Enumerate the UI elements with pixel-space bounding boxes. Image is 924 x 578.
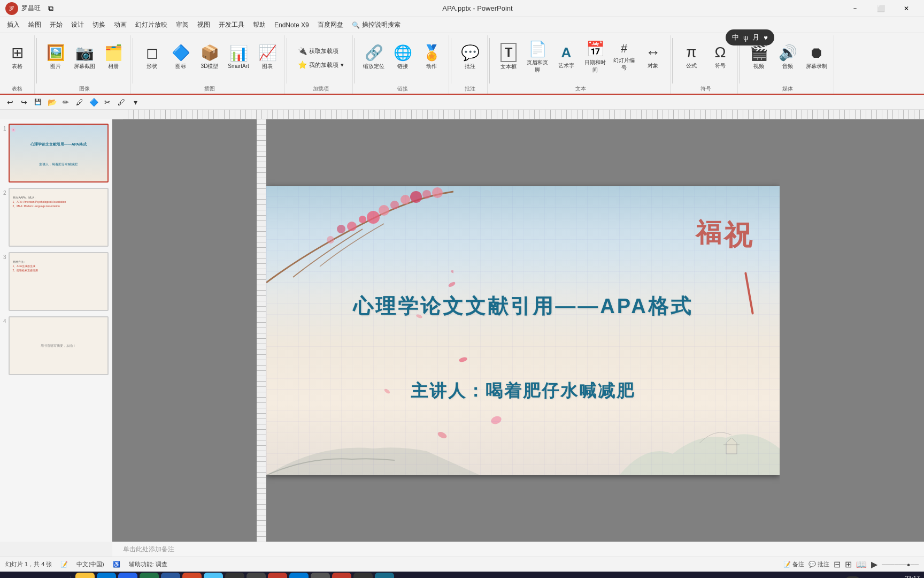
qa-btn8[interactable]: ✂: [102, 96, 113, 108]
taskbar-app2[interactable]: 🔵: [289, 573, 309, 578]
reading-view-icon[interactable]: 📖: [856, 559, 867, 569]
action-button[interactable]: 🏅 动作: [418, 36, 445, 77]
taskbar-word[interactable]: W: [161, 573, 180, 578]
menu-endnote[interactable]: EndNote X9: [270, 20, 313, 31]
taskbar-sapp[interactable]: S: [118, 573, 137, 578]
notes-button[interactable]: 📝 备注: [783, 560, 804, 568]
svg-point-3: [401, 195, 410, 204]
slide-count: 幻灯片 1，共 4 张: [5, 560, 52, 568]
screenshot-button[interactable]: 📷 屏幕截图: [71, 36, 98, 77]
object-button[interactable]: ↔ 对象: [639, 36, 667, 77]
slide-canvas[interactable]: 祝 福: [266, 186, 780, 475]
chart-icon: 📈: [258, 44, 277, 62]
start-button[interactable]: ⊞: [4, 573, 24, 578]
taskbar-powerpoint[interactable]: P: [182, 573, 202, 578]
taskbar-mail[interactable]: ✉: [225, 573, 244, 578]
taskbar-app3[interactable]: 🐾: [311, 573, 330, 578]
float-heart-icon[interactable]: ♥: [764, 34, 768, 42]
menu-baidu[interactable]: 百度网盘: [313, 19, 348, 31]
menu-home[interactable]: 开始: [45, 19, 67, 31]
taskbar-zy[interactable]: Z: [332, 573, 351, 578]
slide-3-line3: 2、能语检索直接引用: [13, 268, 38, 272]
equation-button[interactable]: π 公式: [677, 36, 705, 77]
picture-button[interactable]: 🖼️ 图片: [42, 36, 70, 77]
datetime-button[interactable]: 📅 日期和时间: [581, 36, 609, 77]
slide-2-number: 2: [3, 190, 6, 196]
taskbar-kapp[interactable]: K: [375, 573, 394, 578]
my-addins-button[interactable]: ⭐ 我的加载项 ▾: [295, 59, 347, 71]
screenrecord-button[interactable]: ⏺ 屏幕录制: [803, 36, 830, 77]
redo-button[interactable]: ↪: [18, 96, 30, 108]
taskbar-music[interactable]: 🎵: [268, 573, 287, 578]
icons-button[interactable]: 🔷 图标: [167, 36, 195, 77]
3dmodel-button[interactable]: 📦 3D模型: [196, 36, 224, 77]
chart-button[interactable]: 📈 图表: [253, 36, 281, 77]
zoom-slider[interactable]: ──────●──: [882, 561, 919, 568]
language: 中文(中国): [76, 560, 104, 568]
menu-draw[interactable]: 绘图: [24, 19, 45, 31]
menu-review[interactable]: 审阅: [172, 19, 193, 31]
audio-button[interactable]: 🔊 音频: [774, 36, 802, 77]
link-button[interactable]: 🌐 链接: [389, 36, 417, 77]
table-icon: ⊞: [11, 44, 24, 62]
float-moon-icon[interactable]: 月: [752, 33, 759, 42]
minimize-button[interactable]: －: [843, 0, 867, 17]
qa-btn4[interactable]: 📂: [46, 96, 58, 108]
slideshow-icon[interactable]: ▶: [871, 559, 877, 569]
smartart-button[interactable]: 📊 SmartArt: [225, 36, 252, 77]
taskview-button[interactable]: 🗂: [47, 573, 66, 578]
comment-button[interactable]: 💬 批注: [456, 36, 484, 77]
ai-button[interactable]: Ai: [845, 576, 860, 579]
header-footer-button[interactable]: 📄 页眉和页脚: [523, 36, 551, 77]
menu-search[interactable]: 🔍 操控说明搜索: [348, 19, 405, 31]
slide-3-thumbnail[interactable]: 两种方法： 1、APA生成器生成 2、能语检索直接引用: [9, 252, 109, 311]
slide-sort-icon[interactable]: ⊞: [845, 559, 852, 569]
menu-devtools[interactable]: 开发工具: [214, 19, 249, 31]
menu-help[interactable]: 帮助: [249, 19, 270, 31]
album-button[interactable]: 🗂️ 相册: [99, 36, 127, 77]
slide-1-thumbnail[interactable]: 🌸 心理学论文文献引用——APA格式 主讲人：喝着肥仔水喊减肥: [9, 124, 109, 182]
taskbar-fileexplorer[interactable]: 📁: [75, 573, 95, 578]
maximize-button[interactable]: ⬜: [868, 0, 893, 17]
menu-design[interactable]: 设计: [67, 19, 88, 31]
menu-slideshow[interactable]: 幻灯片放映: [131, 19, 172, 31]
taskbar-excel[interactable]: X: [140, 573, 159, 578]
slidenumber-button[interactable]: # 幻灯片编号: [610, 36, 638, 77]
zoom-button[interactable]: 🔗 缩放定位: [360, 36, 388, 77]
get-addins-button[interactable]: 🔌 获取加载项: [295, 45, 342, 57]
float-chinese-icon[interactable]: 中: [732, 33, 739, 42]
shapes-button[interactable]: ◻ 形状: [138, 36, 166, 77]
taskbar-app1[interactable]: ⚡: [247, 573, 266, 578]
status-bar: 幻灯片 1，共 4 张 📝 中文(中国) ♿ 辅助功能: 调查 📝 备注 💬 批…: [0, 557, 924, 572]
search-button[interactable]: 🔍: [26, 573, 45, 578]
normal-view-icon[interactable]: ⊟: [834, 559, 841, 569]
comment-items: 💬 批注: [456, 36, 484, 79]
qa-btn5[interactable]: ✏: [60, 96, 72, 108]
menu-insert[interactable]: 插入: [3, 19, 24, 31]
slide-3-number: 3: [3, 254, 6, 260]
qa-btn7[interactable]: 🔷: [88, 96, 99, 108]
menu-view[interactable]: 视图: [193, 19, 214, 31]
undo-button[interactable]: ↩: [4, 96, 16, 108]
qa-btn3[interactable]: 💾: [32, 96, 44, 108]
note-area[interactable]: 单击此处添加备注: [112, 542, 924, 557]
qa-btn9[interactable]: 🖋: [116, 96, 127, 108]
menu-animation[interactable]: 动画: [110, 19, 131, 31]
textbox-button[interactable]: T 文本框: [495, 36, 522, 77]
slide-4-thumbnail[interactable]: 用书香语写摘要，加油！: [9, 316, 109, 375]
qa-dropdown[interactable]: ▾: [129, 96, 141, 108]
qa-btn6[interactable]: 🖊: [74, 96, 86, 108]
wordart-button[interactable]: A 艺术字: [552, 36, 580, 77]
slide-2-line3: 2、MLA: Modern Language Association: [13, 204, 66, 208]
ribbon: ⊞ 表格 表格 🖼️ 图片 📷 屏幕截图 🗂️ 相册: [0, 33, 924, 95]
taskbar-browser[interactable]: 🌐: [204, 573, 223, 578]
menu-transition[interactable]: 切换: [88, 19, 110, 31]
restore-icon[interactable]: ⧉: [48, 4, 53, 13]
close-button[interactable]: ✕: [894, 0, 919, 17]
comments-button[interactable]: 💬 批注: [808, 560, 829, 568]
taskbar-edge[interactable]: 🌐: [97, 573, 116, 578]
slide-2-thumbnail[interactable]: 两方为APA、MLA： 1、APA: American Psychologica…: [9, 188, 109, 247]
float-psi-icon[interactable]: ψ: [743, 34, 748, 42]
taskbar-app4[interactable]: ◆: [353, 573, 373, 578]
table-button[interactable]: ⊞ 表格: [3, 36, 31, 77]
